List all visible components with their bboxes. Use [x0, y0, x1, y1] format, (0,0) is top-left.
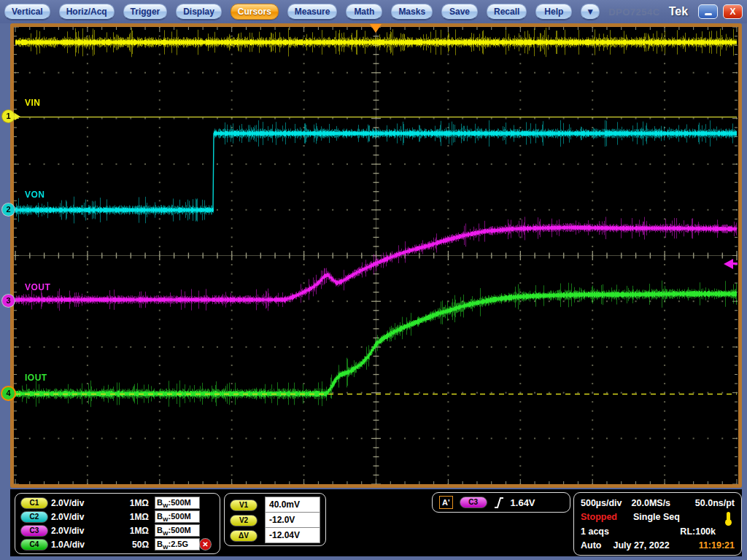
rising-edge-icon [494, 497, 504, 509]
channel-1-pill: C1 [20, 497, 48, 509]
sample-resolution: 50.0ns/pt [695, 498, 735, 508]
channel-2-marker[interactable]: 2 [2, 203, 15, 216]
channel-1-impedance: 1MΩ [123, 498, 155, 508]
channel-4-pill: C4 [20, 539, 48, 551]
menu-masks[interactable]: Masks [391, 4, 433, 20]
time-label: 11:19:21 [699, 540, 735, 551]
cursor-v2-pill: V2 [230, 515, 258, 526]
date-label: July 27, 2022 [613, 540, 669, 551]
timebase-row: 500µs/div 20.0MS/s 50.0ns/pt [581, 496, 735, 510]
menu-display[interactable]: Display [176, 4, 222, 20]
close-button[interactable]: X [723, 4, 743, 19]
trigger-level-value: 1.64V [511, 497, 535, 508]
channel-2-pill: C2 [20, 511, 48, 523]
channel-3-pill: C3 [20, 525, 48, 537]
cursor-v2-value: -12.0V [265, 512, 320, 528]
menu-recall[interactable]: Recall [487, 4, 527, 20]
channel-1-marker-arrow [15, 113, 20, 120]
channel-3-marker[interactable]: 3 [2, 295, 15, 307]
trigger-mode: Auto [581, 540, 601, 551]
trigger-a-label: A' [439, 496, 453, 509]
minimize-button[interactable] [698, 4, 718, 19]
channel-row-c3: C3 2.0V/div 1MΩ BW:500M [20, 524, 214, 537]
menu-cursors[interactable]: Cursors [231, 4, 279, 20]
oscilloscope-screen: { "titlebar": { "model": "DPO7254C", "br… [0, 0, 747, 560]
cursor-row-v1: V1 40.0mV [230, 497, 320, 513]
acquisition-mode: Single Seq [633, 512, 680, 522]
acq-count-row: 1 acqs RL:100k [581, 524, 735, 539]
model-label: DPO7254C [608, 7, 659, 18]
channel-4-impedance: 50Ω [123, 540, 155, 550]
channel-3-scale: 2.0V/div [51, 526, 111, 536]
waveform-display[interactable] [14, 27, 738, 484]
menu-bar: Vertical Horiz/Acq Trigger Display Curso… [0, 0, 747, 23]
cursor-row-dv: ΔV -12.04V [230, 528, 320, 543]
sample-rate: 20.0MS/s [632, 498, 671, 508]
channel-1-scale: 2.0V/div [51, 498, 111, 508]
channel-1-marker[interactable]: 1 [2, 110, 15, 122]
menu-measure[interactable]: Measure [287, 4, 338, 20]
trace-label-vout: VOUT [25, 282, 50, 292]
trace-label-von: VON [25, 190, 45, 200]
cursor-v1-pill: V1 [230, 499, 258, 511]
thermometer-icon [727, 512, 730, 521]
channel-4-marker[interactable]: 4 [2, 387, 15, 400]
record-length: RL:100k [680, 526, 716, 537]
channel-2-impedance: 1MΩ [123, 512, 155, 522]
channel-settings-panel: C1 2.0V/div 1MΩ BW:500M C2 2.0V/div 1MΩ … [15, 493, 220, 554]
acq-count: 1 acqs [581, 526, 609, 537]
status-row: Stopped Single Seq [581, 510, 735, 525]
trace-label-iout: IOUT [25, 373, 47, 383]
trigger-level-arrow-tail [732, 262, 738, 265]
channel-2-bandwidth: BW:500M [155, 510, 200, 523]
menu-save[interactable]: Save [441, 4, 478, 20]
acquisition-status: Stopped [581, 512, 617, 522]
trigger-readout-panel: A' C3 1.64V [432, 492, 570, 513]
menu-help[interactable]: Help [535, 4, 572, 20]
channel-row-c2: C2 2.0V/div 1MΩ BW:500M [20, 510, 214, 524]
readout-bar: C1 2.0V/div 1MΩ BW:500M C2 2.0V/div 1MΩ … [10, 488, 742, 556]
minimize-icon [705, 13, 712, 15]
channel-3-impedance: 1MΩ [123, 526, 155, 536]
datetime-row: Auto July 27, 2022 11:19:21 [581, 539, 735, 553]
menu-horiz-acq[interactable]: Horiz/Acq [59, 4, 115, 20]
channel-4-scale: 1.0A/div [51, 540, 111, 550]
acquisition-panel: 500µs/div 20.0MS/s 50.0ns/pt Stopped Sin… [573, 492, 742, 556]
channel-row-c1: C1 2.0V/div 1MΩ BW:500M [20, 496, 214, 510]
trigger-source-pill: C3 [460, 497, 487, 508]
timebase-value: 500µs/div [581, 498, 622, 508]
cursor-row-v2: V2 -12.0V [230, 513, 320, 528]
channel-4-bandwidth: BW:2.5G [155, 538, 200, 551]
menu-more-button[interactable]: ▼ [581, 4, 600, 20]
menu-math[interactable]: Math [346, 4, 382, 20]
tek-logo: Tek [669, 5, 688, 18]
channel-4-disable-icon[interactable]: ✕ [200, 539, 211, 550]
trigger-position-marker[interactable] [370, 24, 382, 33]
channel-2-scale: 2.0V/div [51, 512, 111, 522]
cursor-dv-pill: ΔV [230, 530, 258, 542]
menu-vertical[interactable]: Vertical [4, 4, 50, 20]
menu-trigger[interactable]: Trigger [123, 4, 168, 20]
channel-1-bandwidth: BW:500M [155, 497, 200, 509]
channel-3-bandwidth: BW:500M [155, 524, 200, 537]
cursor-dv-value: -12.04V [265, 527, 320, 543]
channel-row-c4: C4 1.0A/div 50Ω BW:2.5G ✕ [20, 537, 214, 551]
trace-label-vin: VIN [25, 98, 41, 108]
cursor-readout-panel: V1 40.0mV V2 -12.0V ΔV -12.04V [224, 493, 326, 546]
cursor-v1-value: 40.0mV [265, 497, 320, 513]
